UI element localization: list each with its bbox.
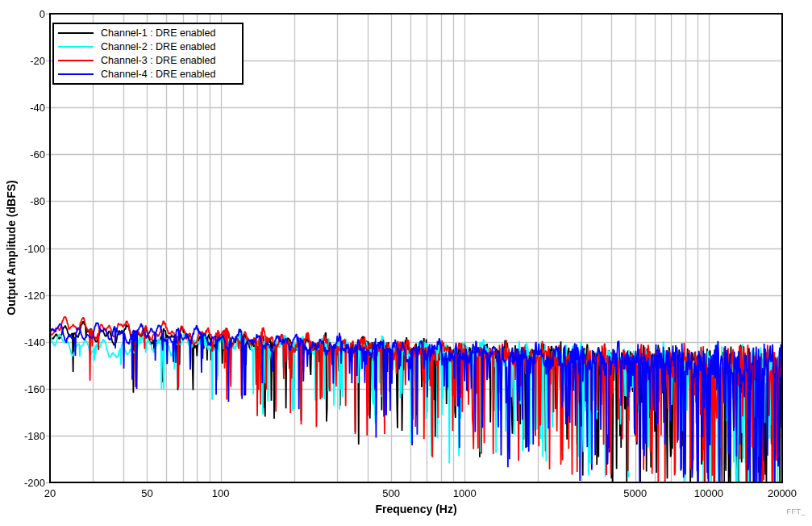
x-tick-label: 20000 — [768, 487, 797, 499]
legend-line-swatch-channel-4 — [58, 73, 94, 75]
y-tick-label: -180 — [0, 429, 45, 441]
legend-item-channel-4: Channel-4 : DRE enabled — [58, 67, 237, 81]
y-tick-label: -20 — [0, 55, 45, 67]
fft-figure: 2050100500100050001000020000 0-20-40-60-… — [0, 0, 812, 526]
legend-item-channel-3: Channel-3 : DRE enabled — [58, 53, 237, 67]
y-tick-label: 0 — [0, 8, 45, 20]
legend-label-channel-1: Channel-1 : DRE enabled — [101, 27, 215, 39]
legend-line-swatch-channel-3 — [58, 60, 94, 61]
x-axis-title: Frequency (Hz) — [375, 503, 456, 516]
x-tick-label: 10000 — [694, 487, 723, 499]
watermark-fft: FFT_ — [787, 507, 806, 516]
y-axis-title: Output Amplitude (dBFS) — [5, 180, 18, 315]
legend-line-swatch-channel-1 — [58, 32, 94, 34]
legend: Channel-1 : DRE enabled Channel-2 : DRE … — [52, 23, 244, 85]
x-tick-label: 1000 — [453, 487, 477, 499]
x-tick-label: 20 — [44, 487, 56, 499]
legend-item-channel-2: Channel-2 : DRE enabled — [58, 40, 237, 53]
x-tick-label: 50 — [141, 487, 152, 499]
y-tick-label: -160 — [0, 382, 45, 394]
y-tick-label: -200 — [0, 477, 45, 489]
legend-label-channel-3: Channel-3 : DRE enabled — [101, 55, 215, 66]
legend-line-swatch-channel-2 — [58, 46, 94, 48]
y-tick-label: -40 — [0, 102, 45, 114]
y-tick-label: -140 — [0, 336, 45, 348]
x-tick-label: 100 — [212, 487, 230, 499]
x-tick-label: 500 — [382, 487, 400, 499]
x-tick-label: 5000 — [623, 487, 647, 499]
legend-label-channel-4: Channel-4 : DRE enabled — [101, 69, 215, 80]
y-tick-label: -60 — [0, 148, 45, 161]
legend-label-channel-2: Channel-2 : DRE enabled — [101, 41, 215, 52]
legend-item-channel-1: Channel-1 : DRE enabled — [58, 26, 237, 40]
